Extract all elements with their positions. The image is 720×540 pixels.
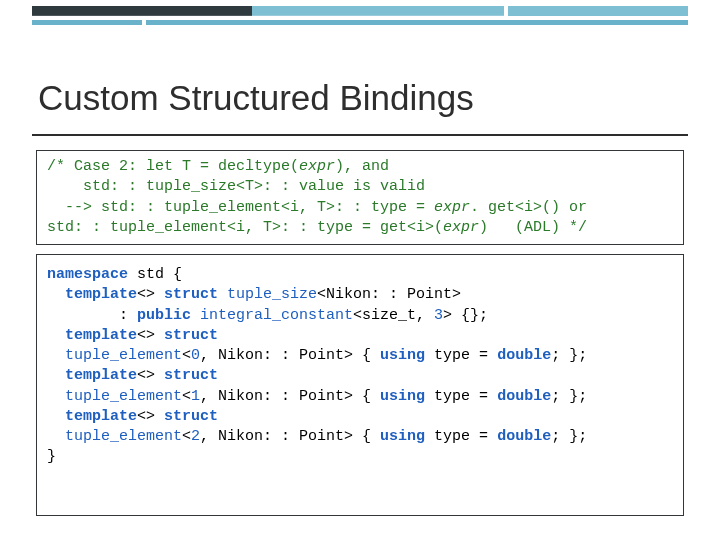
code-line: namespace std { [47, 266, 182, 283]
decor-thin-bar [32, 20, 688, 25]
code-box: namespace std { template<> struct tuple_… [36, 254, 684, 516]
code-line: : public integral_constant<size_t, 3> {}… [47, 307, 488, 324]
decor-segment [146, 20, 688, 25]
code-line: template<> struct [47, 408, 218, 425]
code-comment: /* Case 2: let T = decltype(expr), and s… [47, 158, 587, 236]
title-rule [32, 134, 688, 136]
code-line: } [47, 448, 56, 465]
decor-segment [32, 20, 142, 25]
slide: Custom Structured Bindings /* Case 2: le… [0, 0, 720, 540]
decor-segment [32, 6, 252, 16]
code-line: template<> struct [47, 327, 218, 344]
code-line: template<> struct tuple_size<Nikon: : Po… [47, 286, 461, 303]
comment-box: /* Case 2: let T = decltype(expr), and s… [36, 150, 684, 245]
code-line: tuple_element<1, Nikon: : Point> { using… [47, 388, 587, 405]
code-line: tuple_element<0, Nikon: : Point> { using… [47, 347, 587, 364]
decor-segment [252, 6, 504, 16]
slide-title: Custom Structured Bindings [38, 78, 474, 118]
code-line: template<> struct [47, 367, 218, 384]
code-line: tuple_element<2, Nikon: : Point> { using… [47, 428, 587, 445]
decor-segment [508, 6, 688, 16]
decor-top-bar [32, 6, 688, 16]
